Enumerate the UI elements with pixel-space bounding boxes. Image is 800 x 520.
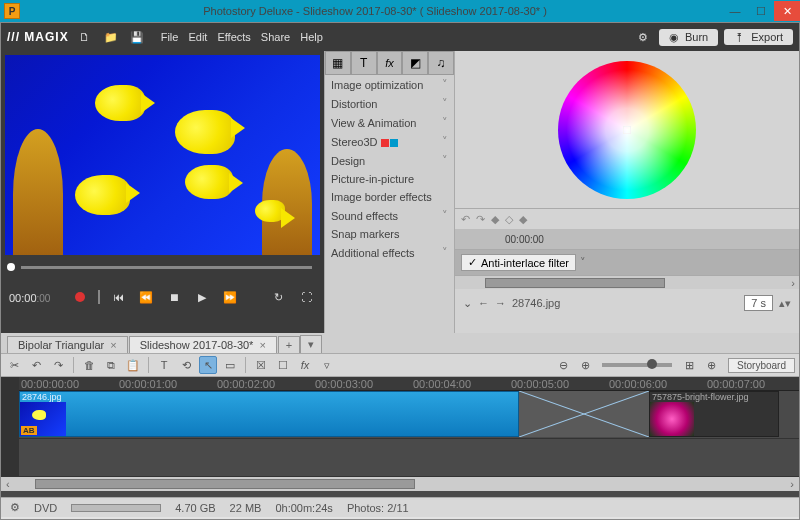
document-tabs: Bipolar Triangular× Slideshow 2017-08-30… — [1, 333, 799, 353]
window-minimize-button[interactable]: — — [722, 1, 748, 21]
prev-file-icon[interactable]: ← — [478, 297, 489, 309]
keyframe-icon[interactable]: ◇ — [505, 213, 513, 226]
open-folder-icon[interactable]: 📁 — [101, 27, 121, 47]
next-file-icon[interactable]: → — [495, 297, 506, 309]
undo-icon[interactable]: ↶ — [461, 213, 470, 226]
keyframe-prev-icon[interactable]: ◆ — [491, 213, 499, 226]
effect-item[interactable]: Design˅ — [325, 151, 454, 170]
effect-item[interactable]: Stereo3D˅ — [325, 132, 454, 151]
clip-duration-input[interactable]: 7 s — [744, 295, 773, 311]
color-wheel[interactable] — [558, 61, 696, 199]
redo-icon[interactable]: ↷ — [49, 356, 67, 374]
collapse-icon[interactable]: ⌄ — [463, 297, 472, 310]
menu-help[interactable]: Help — [300, 31, 323, 43]
copy-icon[interactable]: ⧉ — [102, 356, 120, 374]
timeline-scrollbar[interactable]: ‹› — [1, 477, 799, 491]
color-picker-handle[interactable] — [623, 126, 631, 134]
duration-stepper-icon[interactable]: ▴▾ — [779, 297, 791, 310]
menu-edit[interactable]: Edit — [188, 31, 207, 43]
stereo3d-icon — [381, 137, 399, 147]
tab-close-icon[interactable]: × — [259, 339, 265, 351]
record-button[interactable] — [70, 287, 90, 307]
stop-icon[interactable]: ⏹ — [164, 287, 184, 307]
anti-interlace-row: ✓Anti-interlace filter ˅ — [455, 249, 799, 275]
timeline-clip-2[interactable]: 757875-bright-flower.jpg — [649, 391, 779, 437]
fx-icon[interactable]: fx — [296, 356, 314, 374]
upload-icon: ⭱ — [734, 31, 745, 43]
anti-interlace-checkbox[interactable]: ✓Anti-interlace filter — [461, 254, 576, 271]
tab-bipolar[interactable]: Bipolar Triangular× — [7, 336, 128, 353]
effect-item[interactable]: Sound effects˅ — [325, 206, 454, 225]
keyframe-next-icon[interactable]: ◆ — [519, 213, 527, 226]
play-icon[interactable]: ▶ — [192, 287, 212, 307]
app-icon: P — [4, 3, 20, 19]
effect-item[interactable]: Additional effects˅ — [325, 243, 454, 262]
timeline-transition[interactable] — [519, 391, 649, 437]
pointer-tool-icon[interactable]: ↖ — [199, 356, 217, 374]
skip-start-icon[interactable]: ⏮ — [108, 287, 128, 307]
paste-icon[interactable]: 📋 — [124, 356, 142, 374]
marker-icon[interactable]: ▿ — [318, 356, 336, 374]
menu-file[interactable]: File — [161, 31, 179, 43]
timeline-track-1[interactable]: 28746.jpg AB 757875-bright-flower.jpg — [1, 391, 799, 439]
fx-tab-fx-icon[interactable]: fx — [377, 51, 403, 75]
anti-interlace-dropdown[interactable]: ˅ — [580, 256, 586, 269]
effect-item[interactable]: Picture-in-picture — [325, 170, 454, 188]
fx-tab-music-icon[interactable]: ♫ — [428, 51, 454, 75]
effect-item[interactable]: View & Animation˅ — [325, 113, 454, 132]
ungroup-icon[interactable]: ☐ — [274, 356, 292, 374]
cut-icon[interactable]: ✂ — [5, 356, 23, 374]
menu-effects[interactable]: Effects — [217, 31, 250, 43]
new-file-icon[interactable]: 🗋 — [75, 27, 95, 47]
current-file-name: 28746.jpg — [512, 297, 560, 309]
forward-icon[interactable]: ⏩ — [220, 287, 240, 307]
fx-tab-contrast-icon[interactable]: ◩ — [402, 51, 428, 75]
disc-icon: ◉ — [669, 31, 679, 44]
chevron-down-icon: ˅ — [442, 78, 448, 91]
tab-menu-button[interactable]: ▾ — [300, 335, 322, 353]
zoom-slider[interactable] — [602, 363, 672, 367]
tab-add-button[interactable]: + — [278, 336, 300, 353]
preview-canvas[interactable] — [5, 55, 320, 255]
redo-icon[interactable]: ↷ — [476, 213, 485, 226]
clip-label: 28746.jpg — [22, 392, 62, 402]
settings-gear-icon[interactable]: ⚙ — [633, 27, 653, 47]
timeline-ruler[interactable]: 00:00:00:00 00:00:01:00 00:00:02:00 00:0… — [1, 377, 799, 391]
rotate-icon[interactable]: ⟲ — [177, 356, 195, 374]
zoom-fit-icon[interactable]: ⊞ — [680, 356, 698, 374]
tab-slideshow[interactable]: Slideshow 2017-08-30*× — [129, 336, 277, 353]
range-tool-icon[interactable]: ▭ — [221, 356, 239, 374]
effect-item[interactable]: Image optimization˅ — [325, 75, 454, 94]
loop-icon[interactable]: ↻ — [268, 287, 288, 307]
timeline-track-2[interactable] — [1, 439, 799, 477]
preview-seekbar[interactable] — [1, 259, 324, 275]
right-scrollbar[interactable]: › — [455, 275, 799, 289]
timeline-clip-1[interactable]: 28746.jpg AB — [19, 391, 519, 437]
effects-panel: ▦ T fx ◩ ♫ Image optimization˅ Distortio… — [324, 51, 455, 333]
chevron-down-icon: ˅ — [442, 246, 448, 259]
fullscreen-icon[interactable]: ⛶ — [296, 287, 316, 307]
storyboard-button[interactable]: Storyboard — [728, 358, 795, 373]
delete-icon[interactable]: 🗑 — [80, 356, 98, 374]
zoom-out-icon[interactable]: ⊖ — [554, 356, 572, 374]
export-button[interactable]: ⭱Export — [724, 29, 793, 45]
zoom-reset-icon[interactable]: ⊕ — [702, 356, 720, 374]
fx-tab-text-icon[interactable]: T — [351, 51, 377, 75]
fx-tab-grid-icon[interactable]: ▦ — [325, 51, 351, 75]
effect-item[interactable]: Distortion˅ — [325, 94, 454, 113]
effect-item[interactable]: Snap markers — [325, 225, 454, 243]
rewind-icon[interactable]: ⏪ — [136, 287, 156, 307]
menu-share[interactable]: Share — [261, 31, 290, 43]
window-maximize-button[interactable]: ☐ — [748, 1, 774, 21]
burn-button[interactable]: ◉Burn — [659, 29, 718, 46]
tab-close-icon[interactable]: × — [110, 339, 116, 351]
window-close-button[interactable]: ✕ — [774, 1, 800, 21]
effect-item[interactable]: Image border effects — [325, 188, 454, 206]
status-gear-icon[interactable]: ⚙ — [9, 502, 20, 513]
save-icon[interactable]: 💾 — [127, 27, 147, 47]
group-icon[interactable]: ☒ — [252, 356, 270, 374]
chevron-down-icon: ˅ — [442, 135, 448, 148]
zoom-in-icon[interactable]: ⊕ — [576, 356, 594, 374]
title-icon[interactable]: T — [155, 356, 173, 374]
undo-icon[interactable]: ↶ — [27, 356, 45, 374]
